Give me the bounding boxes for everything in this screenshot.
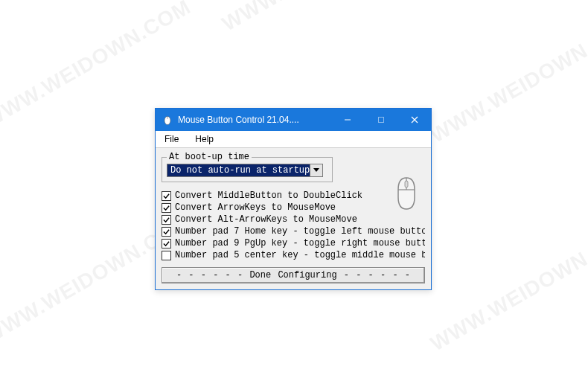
watermark: WWW.WEIDOWN.COM: [218, 0, 433, 36]
option-label: Convert MiddleButton to DoubleClick: [175, 190, 362, 201]
close-button[interactable]: [397, 109, 431, 131]
minimize-button[interactable]: [330, 109, 364, 131]
done-configuring-button[interactable]: - - - - - - Done Configuring - - - - - -: [162, 267, 425, 283]
svg-rect-1: [378, 118, 383, 123]
option-label: Number pad 7 Home key - toggle left mous…: [175, 226, 425, 237]
menubar: File Help: [156, 131, 431, 148]
checkbox[interactable]: [162, 203, 171, 213]
option-middle-to-doubleclick[interactable]: Convert MiddleButton to DoubleClick: [162, 190, 425, 202]
option-label: Convert Alt-ArrowKeys to MouseMove: [175, 214, 357, 225]
checkbox[interactable]: [162, 251, 171, 260]
app-mouse-icon: [162, 114, 173, 126]
app-window: Mouse Button Control 21.04.... File Help…: [155, 108, 432, 290]
checkbox[interactable]: [162, 239, 171, 248]
checkbox[interactable]: [162, 227, 171, 237]
option-label: Convert ArrowKeys to MouseMove: [175, 202, 336, 213]
window-title: Mouse Button Control 21.04....: [178, 115, 330, 125]
checkbox[interactable]: [162, 191, 171, 201]
bootup-combo-button[interactable]: [310, 164, 323, 177]
menu-file[interactable]: File: [160, 132, 183, 146]
bootup-legend: At boot-up time: [167, 152, 252, 162]
mouse-illustration-icon: [392, 176, 421, 214]
window-content: At boot-up time Do not auto-run at start…: [156, 148, 431, 289]
option-label: Number pad 9 PgUp key - toggle right mou…: [175, 238, 425, 248]
option-numpad7-toggle-left[interactable]: Number pad 7 Home key - toggle left mous…: [162, 225, 425, 237]
bootup-combo[interactable]: Do not auto-run at startup: [167, 164, 323, 177]
checkbox[interactable]: [162, 215, 171, 225]
titlebar[interactable]: Mouse Button Control 21.04....: [156, 109, 431, 131]
option-label: Number pad 5 center key - toggle middle …: [175, 250, 425, 260]
bootup-combo-text: Do not auto-run at startup: [167, 164, 310, 177]
menu-help[interactable]: Help: [191, 132, 218, 146]
option-alt-arrowkeys-to-mousemove[interactable]: Convert Alt-ArrowKeys to MouseMove: [162, 214, 425, 225]
option-arrowkeys-to-mousemove[interactable]: Convert ArrowKeys to MouseMove: [162, 202, 425, 214]
option-numpad5-toggle-middle[interactable]: Number pad 5 center key - toggle middle …: [162, 249, 425, 261]
maximize-button: [364, 109, 397, 131]
option-numpad9-toggle-right[interactable]: Number pad 9 PgUp key - toggle right mou…: [162, 237, 425, 249]
bootup-group: At boot-up time Do not auto-run at start…: [162, 157, 333, 182]
options-list: Convert MiddleButton to DoubleClick Conv…: [162, 190, 425, 261]
watermark: WWW.WEIDOWN.COM: [426, 10, 588, 147]
svg-rect-2: [405, 181, 408, 187]
watermark: WWW.WEIDOWN.COM: [426, 218, 588, 356]
